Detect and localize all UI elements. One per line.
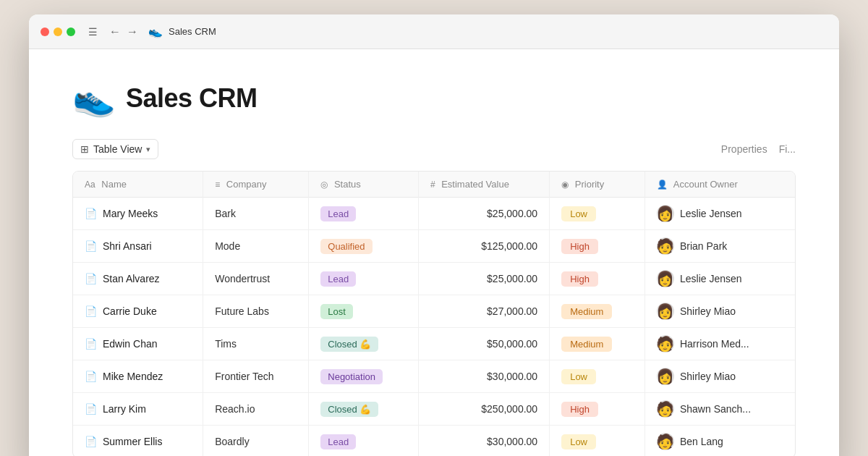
table-row[interactable]: 📄Summer EllisBoardlyLead$30,000.00Low🧑Be…: [73, 426, 795, 457]
page-icon: 👟: [72, 78, 116, 119]
status-badge: Closed 💪: [320, 337, 378, 352]
priority-badge: Medium: [561, 304, 612, 319]
menu-icon[interactable]: ☰: [88, 26, 98, 38]
col-company: ≡ Company: [203, 172, 309, 198]
cell-company-1: Mode: [203, 230, 309, 263]
cell-priority-2: High: [550, 263, 645, 295]
cell-company-0: Bark: [203, 198, 309, 230]
cell-value-6: $250,000.00: [418, 393, 549, 426]
cell-name-5: 📄Mike Mendez: [73, 360, 203, 393]
cell-name-4: 📄Edwin Chan: [73, 328, 203, 360]
view-selector-label: Table View: [93, 143, 142, 155]
cell-company-2: Wondertrust: [203, 263, 309, 295]
cell-company-6: Reach.io: [203, 393, 309, 426]
cell-company-3: Future Labs: [203, 295, 309, 328]
avatar: 🧑: [657, 400, 674, 418]
data-table: Aa Name ≡ Company ◎ Status #: [73, 172, 795, 456]
toolbar-right: Properties Fi...: [721, 143, 796, 155]
table-row[interactable]: 📄Larry KimReach.ioClosed 💪$250,000.00Hig…: [73, 393, 795, 426]
avatar: 👩: [657, 205, 674, 222]
cell-owner-1: 🧑Brian Park: [644, 230, 795, 263]
cell-value-5: $30,000.00: [418, 360, 549, 393]
cell-value-7: $30,000.00: [418, 426, 549, 457]
cell-value-2: $25,000.00: [418, 263, 549, 295]
cell-priority-6: High: [550, 393, 645, 426]
status-col-icon: ◎: [320, 180, 328, 190]
page-favicon: 👟: [148, 25, 163, 38]
minimize-button[interactable]: [54, 28, 62, 36]
cell-priority-1: High: [550, 230, 645, 263]
owner-name: Shirley Miao: [680, 371, 736, 382]
name-text: Carrie Duke: [103, 305, 157, 317]
status-badge: Lead: [320, 206, 356, 221]
doc-icon: 📄: [85, 338, 97, 350]
name-text: Shri Ansari: [103, 240, 152, 252]
company-col-icon: ≡: [215, 180, 220, 190]
table-row[interactable]: 📄Stan AlvarezWondertrustLead$25,000.00Hi…: [73, 263, 795, 295]
status-badge: Closed 💪: [320, 402, 378, 417]
cell-name-6: 📄Larry Kim: [73, 393, 203, 426]
priority-badge: High: [561, 402, 598, 417]
cell-status-1: Qualified: [309, 230, 419, 263]
name-text: Stan Alvarez: [103, 273, 160, 284]
cell-status-2: Lead: [309, 263, 419, 295]
name-text: Mary Meeks: [103, 208, 158, 219]
back-button[interactable]: ←: [108, 25, 122, 38]
status-badge: Qualified: [320, 239, 372, 254]
cell-value-1: $125,000.00: [418, 230, 549, 263]
cell-status-0: Lead: [309, 198, 419, 230]
cell-company-5: Frontier Tech: [203, 360, 309, 393]
cell-status-4: Closed 💪: [309, 328, 419, 360]
table-header: Aa Name ≡ Company ◎ Status #: [73, 172, 795, 198]
close-button[interactable]: [41, 28, 49, 36]
col-status: ◎ Status: [309, 172, 419, 198]
cell-value-0: $25,000.00: [418, 198, 549, 230]
avatar: 🧑: [657, 335, 674, 352]
cell-owner-2: 👩Leslie Jensen: [644, 263, 795, 295]
fullscreen-button[interactable]: [67, 28, 75, 36]
view-selector-button[interactable]: ⊞ Table View ▾: [72, 139, 158, 159]
cell-priority-4: Medium: [550, 328, 645, 360]
cell-owner-4: 🧑Harrison Med...: [644, 328, 795, 360]
owner-name: Shirley Miao: [680, 305, 736, 317]
filter-button[interactable]: Fi...: [779, 143, 796, 155]
window-title: Sales CRM: [169, 26, 216, 37]
status-badge: Lead: [320, 434, 356, 449]
header-row: Aa Name ≡ Company ◎ Status #: [73, 172, 795, 198]
col-priority: ◉ Priority: [550, 172, 645, 198]
avatar: 👩: [657, 270, 674, 287]
owner-name: Leslie Jensen: [680, 273, 742, 284]
priority-badge: Medium: [561, 337, 612, 352]
page-content: 👟 Sales CRM ⊞ Table View ▾ Properties Fi…: [29, 49, 839, 456]
cell-owner-0: 👩Leslie Jensen: [644, 198, 795, 230]
page-title: Sales CRM: [126, 83, 258, 114]
owner-name: Shawn Sanch...: [680, 403, 751, 415]
priority-badge: Low: [561, 206, 596, 221]
cell-priority-0: Low: [550, 198, 645, 230]
cell-owner-6: 🧑Shawn Sanch...: [644, 393, 795, 426]
cell-owner-5: 👩Shirley Miao: [644, 360, 795, 393]
cell-priority-5: Low: [550, 360, 645, 393]
table-row[interactable]: 📄Carrie DukeFuture LabsLost$27,000.00Med…: [73, 295, 795, 328]
doc-icon: 📄: [85, 403, 97, 415]
table-body: 📄Mary MeeksBarkLead$25,000.00Low👩Leslie …: [73, 198, 795, 457]
priority-col-icon: ◉: [561, 180, 569, 190]
nav-buttons: ← →: [108, 25, 140, 38]
col-owner: 👤 Account Owner: [644, 172, 795, 198]
owner-col-icon: 👤: [657, 180, 668, 190]
table-row[interactable]: 📄Edwin ChanTimsClosed 💪$50,000.00Medium🧑…: [73, 328, 795, 360]
properties-button[interactable]: Properties: [721, 143, 767, 155]
name-text: Larry Kim: [103, 403, 146, 415]
app-window: ☰ ← → 👟 Sales CRM 👟 Sales CRM ⊞ Table Vi…: [29, 14, 839, 456]
avatar: 🧑: [657, 237, 674, 255]
table-row[interactable]: 📄Mary MeeksBarkLead$25,000.00Low👩Leslie …: [73, 198, 795, 230]
value-col-icon: #: [430, 180, 435, 190]
chevron-down-icon: ▾: [146, 145, 150, 154]
table-row[interactable]: 📄Shri AnsariModeQualified$125,000.00High…: [73, 230, 795, 263]
avatar: 👩: [657, 303, 674, 320]
table-row[interactable]: 📄Mike MendezFrontier TechNegotiation$30,…: [73, 360, 795, 393]
cell-status-6: Closed 💪: [309, 393, 419, 426]
cell-name-2: 📄Stan Alvarez: [73, 263, 203, 295]
traffic-lights: [41, 28, 75, 36]
forward-button[interactable]: →: [125, 25, 140, 38]
